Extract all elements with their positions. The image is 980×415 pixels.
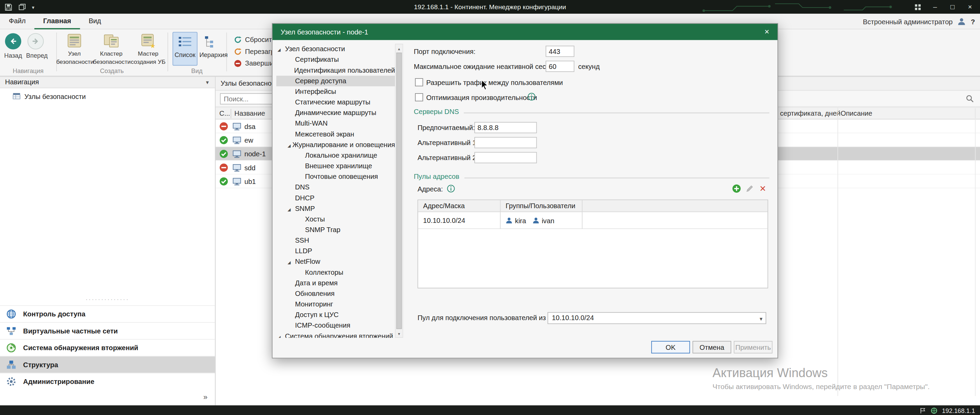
panel-splitter[interactable]	[0, 297, 215, 302]
column-description[interactable]: Описание	[840, 107, 872, 119]
pool-row[interactable]: 10.10.10.0/24kiraivan	[418, 212, 768, 229]
view-hierarchy-button[interactable]: Иерархия	[199, 32, 224, 65]
dialog-tree-item[interactable]: Динамические маршруты	[276, 107, 395, 118]
dialog-tree-item[interactable]: Почтовые оповещения	[276, 171, 395, 182]
forward-button[interactable]	[28, 33, 44, 49]
dialog-tree-item[interactable]: Система обнаружения вторжений	[276, 331, 395, 338]
dns-alt2-input[interactable]	[474, 152, 537, 163]
tree-expander-icon[interactable]	[278, 331, 285, 338]
dialog-tree-item[interactable]: Интерфейсы	[276, 86, 395, 97]
quick-access-chevron-icon[interactable]	[32, 3, 34, 11]
dialog-tree-item[interactable]: Внешнее хранилище	[276, 161, 395, 171]
allow-traffic-label[interactable]: Разрешить трафик между пользователями	[426, 77, 563, 88]
view-list-button[interactable]: Список	[173, 32, 197, 65]
back-button[interactable]	[5, 33, 21, 49]
reset-button[interactable]: Сбросить	[234, 35, 276, 45]
port-input[interactable]	[546, 46, 574, 57]
scrollbar-thumb[interactable]	[396, 53, 402, 329]
column-status[interactable]: С...	[219, 107, 230, 119]
info-icon[interactable]	[528, 93, 536, 101]
optimization-label[interactable]: Оптимизация производительности	[426, 92, 537, 103]
column-address-mask[interactable]: Адрес/Маска	[423, 200, 465, 212]
tree-expander-icon[interactable]	[288, 203, 295, 214]
dialog-tree-item[interactable]: DHCP	[276, 193, 395, 203]
sidebar-item-ids[interactable]: Система обнаружения вторжений	[0, 339, 215, 356]
create-cluster-button[interactable]: Кластер безопасности	[93, 31, 129, 67]
create-wizard-button[interactable]: ★ Мастер создания УБ	[130, 31, 166, 67]
sidebar-item-admin[interactable]: Администрирование	[0, 373, 215, 389]
node-name: dsa	[245, 120, 256, 133]
dialog-tree-item[interactable]: Сертификаты	[276, 54, 395, 65]
restart-button[interactable]: Перезагру	[234, 46, 278, 56]
dialog-tree-item[interactable]: Коллекторы	[276, 267, 395, 278]
collapse-chevron-icon[interactable]: »	[203, 393, 207, 402]
dialog-tree-item[interactable]: DNS	[276, 182, 395, 193]
tab-file[interactable]: Файл	[0, 14, 35, 29]
dialog-tree-item-label: NetFlow	[295, 256, 320, 267]
tree-expander-icon[interactable]	[288, 139, 292, 150]
tab-home[interactable]: Главная	[35, 14, 80, 29]
info-icon[interactable]	[447, 185, 455, 193]
minimize-button[interactable]: –	[926, 0, 943, 14]
allow-traffic-checkbox[interactable]	[415, 78, 423, 86]
dialog-close-button[interactable]: ×	[756, 24, 778, 40]
dialog-tree-item[interactable]: ICMP-сообщения	[276, 320, 395, 331]
dialog-tree-item[interactable]: SNMP	[276, 203, 395, 214]
tree-expander-icon[interactable]	[288, 256, 295, 268]
ldap-pool-select[interactable]: 10.10.10.0/24	[547, 312, 767, 324]
add-address-button[interactable]	[732, 184, 741, 193]
dialog-tree-item[interactable]: NetFlow	[276, 256, 395, 267]
column-cert-days[interactable]: сертификата, дней	[780, 107, 840, 119]
sidebar-item-vpn[interactable]: Виртуальные частные сети	[0, 322, 215, 339]
dns-preferred-input[interactable]	[474, 122, 537, 133]
search-icon[interactable]	[966, 94, 974, 103]
node-name: ub1	[245, 174, 256, 188]
sidebar-item-security-nodes[interactable]: Узлы безопасности	[13, 92, 86, 100]
dialog-tree-item[interactable]: Межсетевой экран	[276, 129, 395, 140]
dialog-tree-item[interactable]: Сервер доступа	[276, 76, 395, 86]
dialog-tree-item[interactable]: Доступ к ЦУС	[276, 310, 395, 320]
delete-address-button[interactable]: ✕	[758, 184, 767, 193]
dialog-tree-item[interactable]: Мониторинг	[276, 299, 395, 310]
dns-alt1-input[interactable]	[474, 137, 537, 148]
flag-icon[interactable]	[920, 407, 926, 413]
sidebar-item-structure[interactable]: Структура	[0, 356, 215, 373]
edit-address-button[interactable]	[745, 184, 754, 193]
column-name[interactable]: Название	[234, 107, 265, 119]
dialog-tree-item[interactable]: Хосты	[276, 214, 395, 225]
tab-view[interactable]: Вид	[80, 14, 110, 29]
dialog-tree-item[interactable]: SSH	[276, 235, 395, 246]
close-button[interactable]: ×	[961, 0, 978, 14]
cancel-button[interactable]: Отмена	[692, 341, 732, 354]
maximize-button[interactable]: □	[944, 0, 961, 14]
apps-grid-icon[interactable]	[909, 0, 926, 14]
session-timeout-input[interactable]	[546, 61, 574, 72]
windows-copy-icon[interactable]	[18, 3, 26, 11]
scroll-down-icon[interactable]	[396, 330, 402, 337]
user-icon[interactable]	[958, 18, 966, 26]
dialog-tree-item[interactable]: Узел безопасности	[276, 44, 395, 54]
dialog-tree-item[interactable]: LLDP	[276, 246, 395, 256]
optimization-checkbox[interactable]	[415, 93, 423, 101]
save-icon[interactable]	[5, 3, 13, 11]
dialog-tree-item[interactable]: Идентификация пользователей	[276, 65, 395, 76]
dialog-tree-item[interactable]: Статические маршруты	[276, 97, 395, 107]
create-node-button[interactable]: Узел безопасности	[56, 31, 92, 67]
dialog-tree-item[interactable]: Локальное хранилище	[276, 150, 395, 161]
column-groups-users[interactable]: Группы/Пользователи	[506, 200, 575, 212]
dialog-tree-scrollbar[interactable]	[395, 44, 403, 338]
dialog-tree-item-label: Коллекторы	[305, 267, 343, 278]
help-icon[interactable]: ?	[971, 18, 975, 25]
tree-expander-icon[interactable]	[278, 44, 285, 54]
dialog-tree-item[interactable]: Multi-WAN	[276, 118, 395, 129]
chevron-down-icon[interactable]	[206, 77, 209, 88]
dialog-tree-item[interactable]: Обновления	[276, 288, 395, 299]
dialog-tree-item[interactable]: Дата и время	[276, 278, 395, 288]
dialog-tree-item[interactable]: SNMP Trap	[276, 225, 395, 235]
ldap-pool-value: 10.10.10.0/24	[552, 314, 593, 321]
scroll-up-icon[interactable]	[396, 45, 402, 52]
dialog-tree-item-label: Интерфейсы	[295, 86, 336, 97]
ok-button[interactable]: OK	[651, 341, 690, 354]
sidebar-item-globe[interactable]: Контроль доступа	[0, 305, 215, 322]
dialog-tree-item[interactable]: Журналирование и оповещения	[276, 140, 395, 150]
